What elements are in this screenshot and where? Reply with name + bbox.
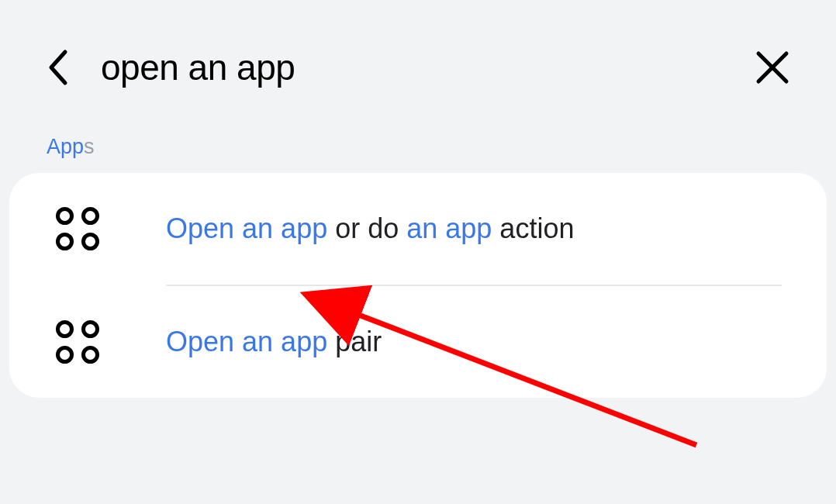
clear-button[interactable] [755,50,789,85]
section-header-apps: Apps [0,119,836,173]
result-label: Open an app or do an app action [166,211,574,247]
close-icon [755,50,789,85]
search-header: open an app [0,0,836,119]
result-open-app-action[interactable]: Open an app or do an app action [9,173,827,285]
result-open-app-pair[interactable]: Open an app pair [9,286,827,398]
results-card: Open an app or do an app action Open an … [9,173,827,398]
section-label-rest: s [84,135,95,158]
apps-grid-icon [56,207,99,250]
back-icon [47,49,70,86]
section-label-highlight: App [47,135,84,158]
apps-grid-icon [56,320,99,364]
result-label: Open an app pair [166,324,382,361]
search-input[interactable]: open an app [101,47,724,88]
back-button[interactable] [47,49,70,86]
